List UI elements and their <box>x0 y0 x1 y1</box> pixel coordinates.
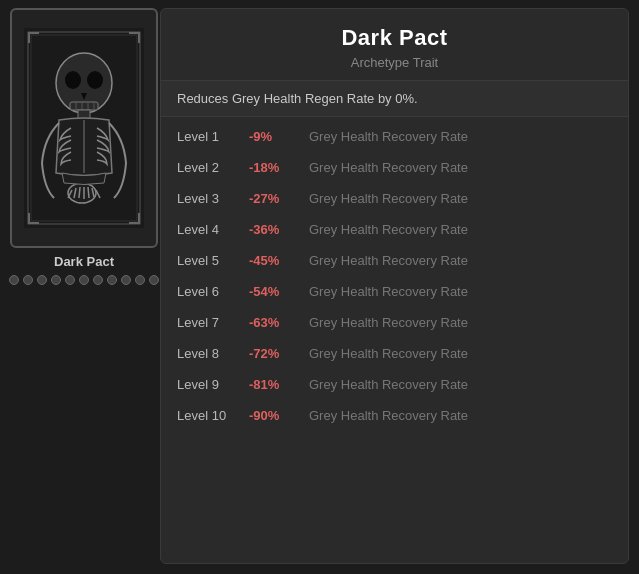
level-label: Level 5 <box>177 253 237 268</box>
level-label: Level 10 <box>177 408 237 423</box>
card-container: Dark Pact <box>10 8 158 298</box>
level-value: -36% <box>249 222 297 237</box>
info-title: Dark Pact <box>177 25 612 51</box>
info-header: Dark Pact Archetype Trait <box>161 9 628 81</box>
card-dots <box>9 275 159 285</box>
dot-1 <box>9 275 19 285</box>
level-stat: Grey Health Recovery Rate <box>309 408 468 423</box>
level-value: -18% <box>249 160 297 175</box>
dot-7 <box>93 275 103 285</box>
dot-6 <box>79 275 89 285</box>
level-row: Level 6-54%Grey Health Recovery Rate <box>161 276 628 307</box>
screen: Dark Pact Dark Pact Archetype Trait Redu… <box>0 0 639 574</box>
level-stat: Grey Health Recovery Rate <box>309 377 468 392</box>
level-value: -90% <box>249 408 297 423</box>
level-label: Level 3 <box>177 191 237 206</box>
level-stat: Grey Health Recovery Rate <box>309 222 468 237</box>
level-row: Level 2-18%Grey Health Recovery Rate <box>161 152 628 183</box>
svg-point-13 <box>68 183 96 203</box>
svg-line-18 <box>88 187 89 198</box>
level-row: Level 9-81%Grey Health Recovery Rate <box>161 369 628 400</box>
card-art <box>12 10 156 246</box>
levels-list[interactable]: Level 1-9%Grey Health Recovery RateLevel… <box>161 117 628 563</box>
dot-11 <box>149 275 159 285</box>
level-label: Level 8 <box>177 346 237 361</box>
level-label: Level 2 <box>177 160 237 175</box>
level-row: Level 8-72%Grey Health Recovery Rate <box>161 338 628 369</box>
dot-5 <box>65 275 75 285</box>
level-row: Level 3-27%Grey Health Recovery Rate <box>161 183 628 214</box>
level-value: -9% <box>249 129 297 144</box>
dot-3 <box>37 275 47 285</box>
svg-point-5 <box>87 71 103 89</box>
level-label: Level 1 <box>177 129 237 144</box>
level-row: Level 5-45%Grey Health Recovery Rate <box>161 245 628 276</box>
level-stat: Grey Health Recovery Rate <box>309 346 468 361</box>
level-stat: Grey Health Recovery Rate <box>309 315 468 330</box>
dot-2 <box>23 275 33 285</box>
dot-8 <box>107 275 117 285</box>
card-artwork <box>24 28 144 228</box>
level-label: Level 7 <box>177 315 237 330</box>
level-stat: Grey Health Recovery Rate <box>309 253 468 268</box>
level-label: Level 9 <box>177 377 237 392</box>
level-row: Level 10-90%Grey Health Recovery Rate <box>161 400 628 431</box>
info-description: Reduces Grey Health Regen Rate by 0%. <box>161 81 628 117</box>
card-name: Dark Pact <box>54 254 114 269</box>
level-row: Level 7-63%Grey Health Recovery Rate <box>161 307 628 338</box>
level-value: -81% <box>249 377 297 392</box>
dot-4 <box>51 275 61 285</box>
level-row: Level 4-36%Grey Health Recovery Rate <box>161 214 628 245</box>
level-stat: Grey Health Recovery Rate <box>309 160 468 175</box>
svg-line-16 <box>79 187 80 198</box>
level-stat: Grey Health Recovery Rate <box>309 129 468 144</box>
info-panel: Dark Pact Archetype Trait Reduces Grey H… <box>160 8 629 564</box>
level-value: -63% <box>249 315 297 330</box>
info-subtitle: Archetype Trait <box>177 55 612 70</box>
level-value: -45% <box>249 253 297 268</box>
level-label: Level 4 <box>177 222 237 237</box>
level-stat: Grey Health Recovery Rate <box>309 284 468 299</box>
dot-9 <box>121 275 131 285</box>
svg-point-4 <box>65 71 81 89</box>
card-frame <box>10 8 158 248</box>
level-value: -54% <box>249 284 297 299</box>
level-value: -72% <box>249 346 297 361</box>
level-value: -27% <box>249 191 297 206</box>
dot-10 <box>135 275 145 285</box>
level-row: Level 1-9%Grey Health Recovery Rate <box>161 121 628 152</box>
level-stat: Grey Health Recovery Rate <box>309 191 468 206</box>
level-label: Level 6 <box>177 284 237 299</box>
